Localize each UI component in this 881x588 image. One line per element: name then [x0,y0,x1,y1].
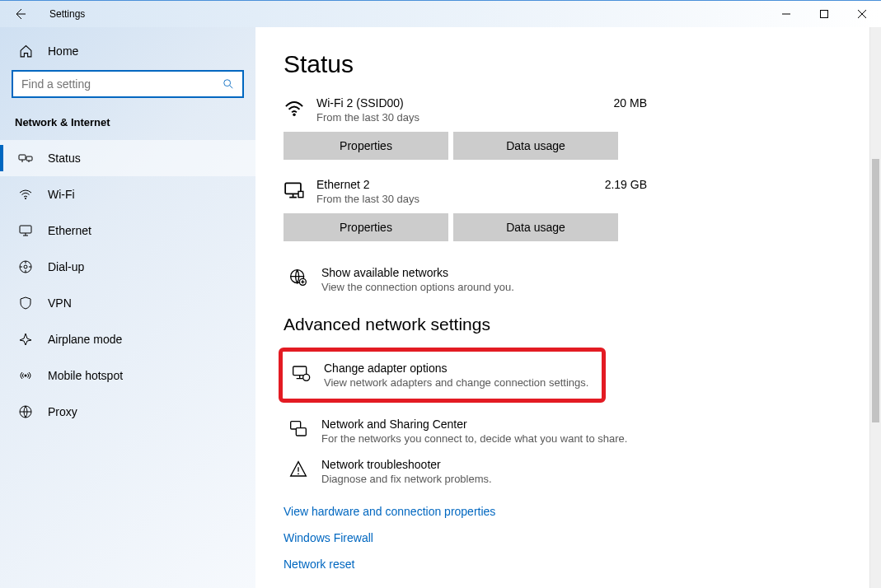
network-reset-link[interactable]: Network reset [284,558,853,571]
home-label: Home [48,44,78,58]
svg-point-8 [25,375,27,377]
sidebar-item-label: Status [48,152,81,165]
svg-point-7 [24,265,27,268]
windows-firewall-link[interactable]: Windows Firewall [284,531,853,544]
link-sub: For the networks you connect to, decide … [321,432,627,445]
vpn-icon [18,296,33,310]
svg-point-19 [298,473,299,474]
link-sub: View network adapters and change connect… [324,376,588,389]
sidebar: Home Network & Internet Status [0,27,255,588]
svg-point-4 [25,198,26,199]
home-link[interactable]: Home [0,37,255,70]
sidebar-item-proxy[interactable]: Proxy [0,394,255,430]
adapter-icon [291,362,316,385]
link-title: Network and Sharing Center [321,418,627,431]
sidebar-item-label: Ethernet [48,224,91,237]
home-icon [18,44,33,58]
page-title: Status [284,50,853,78]
data-usage-button[interactable]: Data usage [453,132,618,160]
sidebar-item-hotspot[interactable]: Mobile hotspot [0,357,255,394]
globe-icon [288,266,313,289]
hardware-properties-link[interactable]: View hardware and connection properties [284,505,853,518]
window-title: Settings [49,8,85,20]
show-networks-link[interactable]: Show available networks View the connect… [284,259,853,300]
network-troubleshooter-link[interactable]: Network troubleshooter Diagnose and fix … [284,451,853,492]
network-row-ethernet: Ethernet 2 From the last 30 days 2.19 GB [284,178,853,205]
content-area: Status Wi-Fi 2 (SSID00) From the last 30… [255,27,881,588]
window-controls [767,1,881,27]
sidebar-item-vpn[interactable]: VPN [0,285,255,321]
data-usage-button[interactable]: Data usage [453,213,618,241]
airplane-icon [18,332,33,347]
network-usage: 2.19 GB [605,178,853,191]
sidebar-item-label: Airplane mode [48,333,122,346]
sidebar-item-dialup[interactable]: Dial-up [0,249,255,285]
warning-icon [288,458,313,481]
ethernet-icon [284,178,316,201]
search-input[interactable] [21,77,223,91]
network-name: Wi-Fi 2 (SSID00) [316,96,614,110]
status-icon [18,151,33,166]
search-box[interactable] [12,70,244,98]
ethernet-icon [18,223,33,238]
sidebar-item-label: Wi-Fi [48,188,75,201]
wifi-icon [284,96,316,119]
svg-rect-0 [821,11,828,18]
network-name: Ethernet 2 [316,178,605,191]
svg-rect-2 [19,155,26,160]
close-button[interactable] [843,1,881,27]
sidebar-item-label: Dial-up [48,260,84,273]
link-sub: Diagnose and fix network problems. [321,473,492,485]
change-adapter-options-link[interactable]: Change adapter options View network adap… [279,348,606,403]
back-button[interactable] [7,1,33,27]
svg-rect-5 [20,226,31,233]
scrollbar[interactable] [869,27,881,588]
wifi-icon [18,187,33,202]
link-sub: View the connection options around you. [321,281,514,293]
sidebar-item-ethernet[interactable]: Ethernet [0,212,255,249]
maximize-button[interactable] [805,1,843,27]
svg-point-16 [303,374,310,380]
svg-rect-18 [296,428,306,436]
network-sub: From the last 30 days [316,111,614,124]
link-title: Network troubleshooter [321,458,492,471]
svg-point-10 [293,113,295,115]
dialup-icon [18,259,33,274]
titlebar: Settings [0,1,881,27]
network-sharing-center-link[interactable]: Network and Sharing Center For the netwo… [284,411,853,451]
network-usage: 20 MB [614,96,853,110]
hotspot-icon [18,368,33,383]
sidebar-item-label: VPN [48,296,72,310]
sharing-icon [288,418,313,441]
svg-rect-12 [298,191,303,197]
search-icon [223,78,234,90]
svg-rect-3 [26,156,32,161]
network-row-wifi: Wi-Fi 2 (SSID00) From the last 30 days 2… [284,96,853,124]
section-label: Network & Internet [0,113,255,140]
link-title: Show available networks [321,266,514,279]
network-sub: From the last 30 days [316,193,605,205]
sidebar-item-wifi[interactable]: Wi-Fi [0,176,255,212]
advanced-heading: Advanced network settings [284,315,853,334]
sidebar-item-status[interactable]: Status [0,140,255,176]
sidebar-item-label: Mobile hotspot [48,369,123,382]
sidebar-item-airplane[interactable]: Airplane mode [0,321,255,357]
properties-button[interactable]: Properties [284,132,448,160]
minimize-button[interactable] [767,1,805,27]
properties-button[interactable]: Properties [284,213,448,241]
scrollbar-thumb[interactable] [872,159,879,422]
svg-rect-15 [293,366,307,376]
svg-point-1 [224,80,231,86]
link-title: Change adapter options [324,362,588,375]
proxy-icon [18,404,33,419]
sidebar-item-label: Proxy [48,405,77,418]
